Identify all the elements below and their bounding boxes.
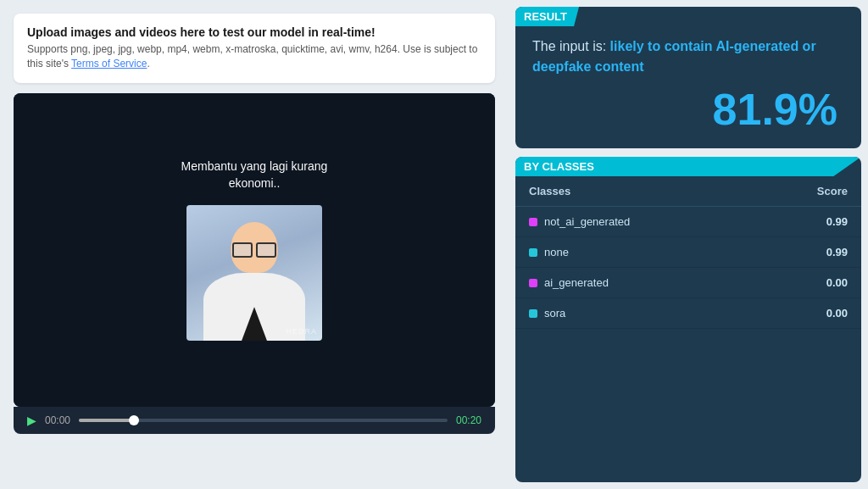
upload-description: Supports png, jpeg, jpg, webp, mp4, webm… (27, 42, 481, 71)
classes-card: BY CLASSES Classes Score not_ai_generate… (515, 157, 861, 482)
class-score: 0.00 (754, 268, 861, 298)
time-end: 00:20 (456, 414, 481, 426)
video-viewport: Membantu yang lagi kurang ekonomi.. HEDR… (14, 93, 495, 407)
progress-fill (79, 419, 134, 422)
tos-link[interactable]: Terms of Service (71, 58, 147, 69)
result-score: 81.9% (532, 84, 844, 135)
class-name: ai_generated (544, 276, 609, 289)
class-score: 0.99 (754, 237, 861, 268)
classes-header-label: BY CLASSES (515, 157, 861, 176)
video-thumbnail: HEDRA (186, 205, 322, 341)
video-subtitle: Membantu yang lagi kurang ekonomi.. (181, 158, 328, 192)
table-row: ai_generated 0.00 (515, 268, 861, 298)
class-name: sora (544, 307, 565, 320)
class-dot (529, 248, 537, 257)
table-row: none 0.99 (515, 237, 861, 268)
left-panel: Upload images and videos here to test ou… (0, 0, 509, 489)
time-current: 00:00 (45, 414, 70, 426)
class-name: not_ai_generated (544, 215, 630, 228)
table-header-row: Classes Score (515, 176, 861, 207)
upload-banner: Upload images and videos here to test ou… (14, 14, 495, 83)
result-header-label: RESULT (515, 7, 579, 26)
class-dot (529, 309, 537, 318)
result-text: The input is: likely to contain AI-gener… (532, 36, 844, 77)
class-label-cell: not_ai_generated (515, 207, 754, 237)
right-panel: RESULT The input is: likely to contain A… (509, 0, 868, 489)
upload-title: Upload images and videos here to test ou… (27, 25, 481, 39)
result-body: The input is: likely to contain AI-gener… (515, 36, 861, 135)
class-label-cell: sora (515, 298, 754, 329)
col-classes: Classes (515, 176, 754, 207)
class-score: 0.00 (754, 298, 861, 329)
col-score: Score (754, 176, 861, 207)
class-name: none (544, 246, 569, 258)
person-glasses (232, 242, 276, 254)
classes-table-wrapper[interactable]: Classes Score not_ai_generated 0.99 none (515, 176, 861, 482)
progress-thumb[interactable] (129, 415, 139, 425)
result-card: RESULT The input is: likely to contain A… (515, 7, 861, 148)
class-label-cell: none (515, 237, 754, 268)
video-watermark: HEDRA (286, 327, 317, 336)
play-button[interactable]: ▶ (27, 414, 36, 427)
class-label-cell: ai_generated (515, 268, 754, 298)
progress-bar[interactable] (79, 419, 448, 422)
video-controls: ▶ 00:00 00:20 (14, 407, 495, 434)
class-dot (529, 279, 537, 287)
class-score: 0.99 (754, 207, 861, 237)
video-scene: Membantu yang lagi kurang ekonomi.. HEDR… (14, 93, 495, 407)
classes-table: Classes Score not_ai_generated 0.99 none (515, 176, 861, 329)
video-player: Membantu yang lagi kurang ekonomi.. HEDR… (14, 93, 495, 434)
table-row: sora 0.00 (515, 298, 861, 329)
class-dot (529, 218, 537, 226)
table-row: not_ai_generated 0.99 (515, 207, 861, 237)
